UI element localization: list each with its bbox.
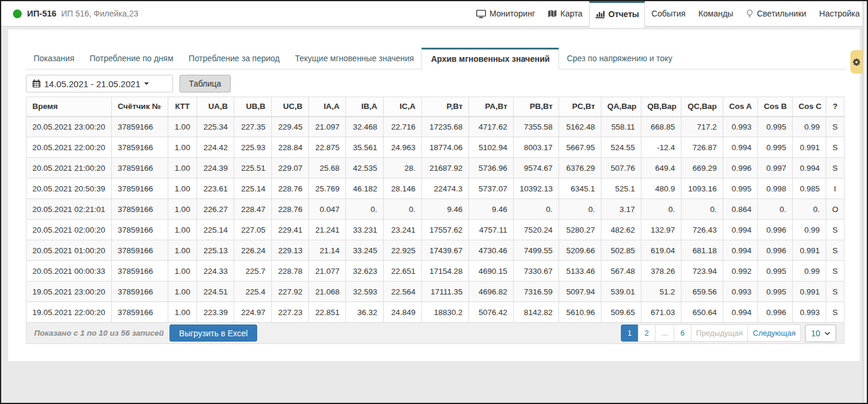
table-cell: 225.14	[197, 220, 234, 240]
column-header[interactable]: PC,Вт	[559, 97, 601, 117]
table-cell: 0.	[758, 199, 793, 220]
table-cell: 0.996	[758, 240, 793, 261]
table-cell: 225.93	[234, 137, 272, 158]
column-header[interactable]: PA,Вт	[469, 97, 514, 117]
tab-archive-values[interactable]: Архив мгновенных значений	[421, 48, 559, 69]
table-cell: 723.94	[681, 261, 723, 282]
table-cell: 3.17	[601, 199, 641, 220]
table-row: 20.05.2021 02:00:20378591661.00225.14227…	[26, 220, 844, 240]
column-header[interactable]: Счётчик №	[112, 97, 168, 117]
page-ellipsis: ...	[655, 324, 674, 342]
column-header[interactable]: IC,A	[384, 97, 422, 117]
table-cell: 17439.67	[422, 240, 469, 261]
column-header[interactable]: UA,B	[197, 97, 234, 117]
table-cell: 224.39	[197, 158, 234, 178]
vertical-scrollbar[interactable]	[863, 1, 867, 403]
table-cell: 20.05.2021 02:21:01	[26, 199, 112, 220]
table-cell: 0.996	[758, 302, 793, 323]
column-header[interactable]: PB,Вт	[514, 97, 559, 117]
tab-period-consumption[interactable]: Потребление за период	[181, 48, 288, 69]
column-header[interactable]: Cos B	[758, 97, 793, 117]
export-excel-button[interactable]: Выгрузить в Excel	[169, 324, 257, 342]
nav-item-monitoring[interactable]: Мониторинг	[470, 1, 542, 26]
table-cell: 132.97	[641, 220, 681, 240]
table-cell: 226.24	[234, 240, 272, 261]
tab-daily-consumption[interactable]: Потребление по дням	[82, 48, 181, 69]
table-cell: O	[826, 199, 844, 220]
page-button-2[interactable]: 2	[638, 324, 656, 342]
table-cell: 32.468	[346, 117, 384, 137]
column-header[interactable]: IB,A	[346, 97, 384, 117]
table-cell: 0.	[559, 199, 601, 220]
column-header[interactable]: P,Вт	[422, 97, 469, 117]
table-view-button[interactable]: Таблица	[179, 75, 231, 92]
page-button-1[interactable]: 1	[621, 324, 638, 342]
table-cell: 5737.07	[469, 178, 514, 199]
table-cell: 37859166	[112, 282, 168, 302]
table-cell: 22.925	[384, 240, 422, 261]
pagination: 12...6ПредыдущаяСледующая	[621, 324, 801, 342]
column-header[interactable]: ?	[826, 97, 844, 117]
table-cell: 25.769	[309, 178, 346, 199]
table-cell: 21.077	[309, 261, 346, 282]
table-row: 20.05.2021 02:21:01378591661.00226.27228…	[26, 199, 844, 220]
tab-readings[interactable]: Показания	[26, 48, 82, 69]
column-header[interactable]: Cos A	[723, 97, 758, 117]
nav-item-lights[interactable]: Светильники	[740, 1, 813, 26]
column-header[interactable]: КТТ	[168, 97, 197, 117]
table-cell: 227.23	[272, 302, 309, 323]
column-header[interactable]: QB,Вар	[641, 97, 681, 117]
nav-item-reports[interactable]: Отчеты	[589, 1, 645, 28]
table-cell: 4690.15	[469, 261, 514, 282]
table-cell: 229.45	[272, 117, 309, 137]
table-cell: 224.51	[197, 282, 234, 302]
table-cell: 558.11	[601, 117, 641, 137]
nav-item-events[interactable]: События	[645, 1, 692, 26]
column-header[interactable]: UC,B	[272, 97, 309, 117]
table-cell: 20.05.2021 20:50:39	[26, 178, 112, 199]
nav-item-commands[interactable]: Команды	[692, 1, 740, 26]
table-cell: 5102.94	[469, 137, 514, 158]
table-row: 20.05.2021 00:00:33378591661.00224.33225…	[26, 261, 844, 282]
table-cell: 0.991	[793, 240, 826, 261]
column-header[interactable]: UB,B	[234, 97, 272, 117]
date-range-value: 14.05.2021 - 21.05.2021	[44, 79, 140, 89]
column-header[interactable]: QA,Вар	[601, 97, 641, 117]
table-cell: S	[826, 158, 844, 178]
table-cell: 0.993	[723, 282, 758, 302]
nav-item-settings[interactable]: Настройка	[813, 1, 863, 26]
table-cell: 37859166	[112, 302, 168, 323]
table-cell: 8003.17	[514, 137, 559, 158]
column-header[interactable]: Время	[26, 97, 112, 117]
column-header[interactable]: Cos C	[793, 97, 826, 117]
tab-current-values[interactable]: Текущие мгновенные значения	[287, 48, 421, 69]
nav-item-map[interactable]: Карта	[541, 1, 588, 26]
table-cell: 18774.06	[422, 137, 469, 158]
table-cell: 229.07	[272, 158, 309, 178]
table-cell: 509.65	[601, 302, 641, 323]
monitor-icon	[476, 9, 486, 18]
table-cell: 229.13	[272, 240, 309, 261]
date-range-picker[interactable]: 14.05.2021 - 21.05.2021	[26, 75, 173, 92]
table-cell: 7316.59	[514, 282, 559, 302]
table-cell: 37859166	[112, 199, 168, 220]
table-cell: 567.48	[601, 261, 641, 282]
page-button-6[interactable]: 6	[674, 324, 691, 342]
table-cell: 37859166	[112, 117, 168, 137]
table-cell: 225.7	[234, 261, 272, 282]
table-cell: 22.875	[309, 137, 346, 158]
table-cell: 46.182	[346, 178, 384, 199]
nav-item-label: Отчеты	[608, 9, 639, 19]
next-page-button[interactable]: Следующая	[747, 324, 801, 342]
table-cell: 226.27	[197, 199, 234, 220]
settings-gear-button[interactable]	[850, 50, 863, 74]
page-size-select[interactable]: 10	[805, 324, 836, 342]
table-cell: 0.	[514, 199, 559, 220]
tab-voltage-current-slice[interactable]: Срез по напряжению и току	[559, 48, 680, 69]
table-cell: 228.76	[272, 178, 309, 199]
column-header[interactable]: QC,Вар	[681, 97, 723, 117]
table-cell: 1.00	[168, 220, 197, 240]
table-cell: 524.55	[601, 137, 641, 158]
table-cell: 228.84	[272, 137, 309, 158]
column-header[interactable]: IA,A	[309, 97, 346, 117]
